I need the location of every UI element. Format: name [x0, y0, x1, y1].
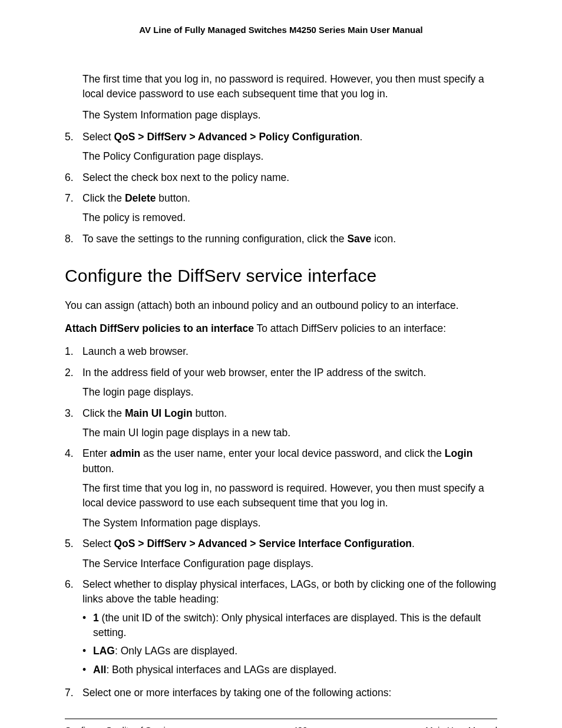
bullet-item: • All: Both physical interfaces and LAGs… — [82, 663, 497, 677]
step-5b: 5. Select QoS > DiffServ > Advanced > Se… — [65, 536, 497, 571]
bullet-text: All: Both physical interfaces and LAGs a… — [93, 663, 336, 677]
step-text: In the address field of your web browser… — [82, 365, 497, 380]
step-number: 6. — [65, 577, 82, 607]
procedure-heading: Attach DiffServ policies to an interface… — [65, 321, 497, 336]
step-6a: 6. Select the check box next to the poli… — [65, 170, 497, 185]
step-text: Click the Delete button. — [82, 191, 497, 206]
step-5a: 5. Select QoS > DiffServ > Advanced > Po… — [65, 130, 497, 164]
step-result: The policy is removed. — [82, 210, 497, 225]
step-7a: 7. Click the Delete button. The policy i… — [65, 191, 497, 226]
step-3b: 3. Click the Main UI Login button. The m… — [65, 406, 497, 441]
section-intro: You can assign (attach) both an inbound … — [65, 298, 497, 313]
document-page: AV Line of Fully Managed Switches M4250 … — [0, 0, 562, 728]
step-result: The main UI login page displays in a new… — [82, 426, 497, 440]
step-2b: 2. In the address field of your web brow… — [65, 365, 497, 400]
step-number: 4. — [65, 446, 82, 531]
continuation-paragraph: The first time that you log in, no passw… — [82, 72, 497, 123]
footer-doc-title: Main User Manual — [425, 724, 497, 729]
bullet-item: • LAG: Only LAGs are displayed. — [82, 644, 497, 658]
subhead-tail: To attach DiffServ policies to an interf… — [254, 322, 446, 334]
step-text: Select one or more interfaces by taking … — [82, 686, 497, 700]
bullet-icon: • — [82, 644, 93, 658]
body-text: The System Information page displays. — [82, 108, 497, 123]
step-number: 5. — [65, 130, 82, 164]
step-text: Enter admin as the user name, enter your… — [82, 446, 497, 476]
bullet-text: 1 (the unit ID of the switch): Only phys… — [93, 611, 497, 641]
step-number: 5. — [65, 536, 82, 571]
step-text: Launch a web browser. — [82, 344, 497, 359]
bullet-text: LAG: Only LAGs are displayed. — [93, 644, 237, 658]
section-heading: Configure the DiffServ service interface — [65, 263, 497, 289]
footer-section: Configure Quality of Service — [65, 724, 175, 729]
page-footer: Configure Quality of Service 489 Main Us… — [65, 724, 497, 729]
bullet-item: • 1 (the unit ID of the switch): Only ph… — [82, 611, 497, 641]
step-7b: 7. Select one or more interfaces by taki… — [65, 686, 497, 700]
step-result: The login page displays. — [82, 385, 497, 400]
page-header: AV Line of Fully Managed Switches M4250 … — [65, 24, 497, 37]
step-6b: 6. Select whether to display physical in… — [65, 577, 497, 607]
step-4b: 4. Enter admin as the user name, enter y… — [65, 446, 497, 531]
step-text: Select the check box next to the policy … — [82, 170, 497, 185]
step-text: Select QoS > DiffServ > Advanced > Polic… — [82, 130, 497, 144]
bullet-icon: • — [82, 663, 93, 677]
bullet-icon: • — [82, 611, 93, 641]
step-number: 7. — [65, 686, 82, 700]
step-number: 3. — [65, 406, 82, 441]
step-result: The Service Interface Configuration page… — [82, 556, 497, 571]
step-1b: 1. Launch a web browser. — [65, 344, 497, 359]
footer-page-number: 489 — [293, 724, 308, 729]
subhead-bold: Attach DiffServ policies to an interface — [65, 322, 254, 334]
step-number: 2. — [65, 365, 82, 400]
step-8a: 8. To save the settings to the running c… — [65, 232, 497, 246]
step-number: 8. — [65, 232, 82, 246]
step-note: The first time that you log in, no passw… — [82, 481, 497, 511]
step-number: 7. — [65, 191, 82, 226]
step-result: The System Information page displays. — [82, 516, 497, 531]
body-text: The first time that you log in, no passw… — [82, 72, 497, 102]
step-text: To save the settings to the running conf… — [82, 232, 497, 246]
step-result: The Policy Configuration page displays. — [82, 149, 497, 164]
footer-divider: Configure Quality of Service 489 Main Us… — [65, 719, 497, 729]
step-text: Select QoS > DiffServ > Advanced > Servi… — [82, 536, 497, 551]
step-text: Click the Main UI Login button. — [82, 406, 497, 421]
step-text: Select whether to display physical inter… — [82, 577, 497, 607]
step-number: 1. — [65, 344, 82, 359]
step-number: 6. — [65, 170, 82, 185]
